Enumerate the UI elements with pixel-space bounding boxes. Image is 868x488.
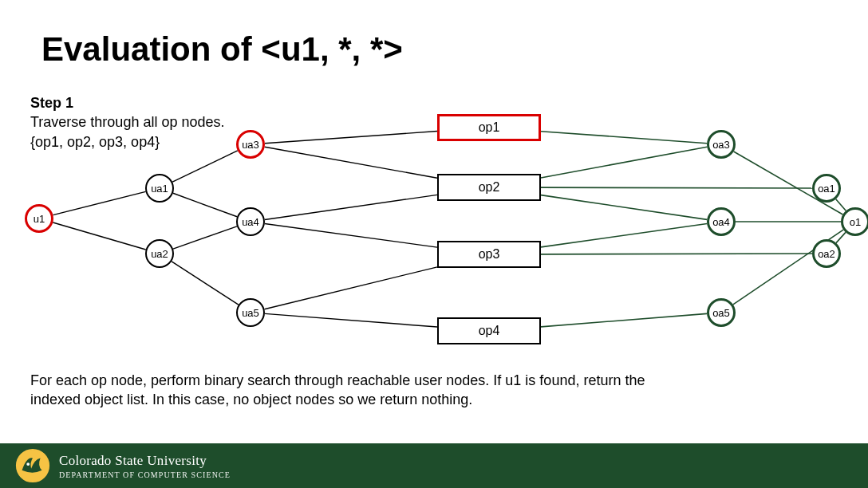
- node-u1: u1: [25, 204, 53, 233]
- node-oa5: oa5: [707, 298, 736, 327]
- footer-department: DEPARTMENT OF COMPUTER SCIENCE: [59, 470, 231, 479]
- edge-ua1-ua4: [173, 193, 237, 217]
- edge-op1-oa3: [541, 132, 707, 144]
- footer-university: Colorado State University: [59, 453, 231, 469]
- node-oa3: oa3: [707, 130, 736, 159]
- slide-title: Evaluation of <u1, *, *>: [41, 30, 403, 69]
- edge-op2-oa3: [541, 147, 707, 178]
- edge-op3-oa2: [541, 254, 812, 254]
- node-op1: op1: [437, 114, 541, 141]
- edge-ua5-op3: [264, 267, 437, 309]
- step-line2: {op1, op2, op3, op4}: [30, 134, 160, 150]
- node-op3: op3: [437, 241, 541, 268]
- edge-op3-oa4: [541, 224, 707, 247]
- node-op4: op4: [437, 317, 541, 344]
- edge-ua2-ua4: [173, 226, 237, 249]
- node-ua2: ua2: [145, 239, 174, 268]
- edges-layer: [0, 0, 868, 488]
- edge-ua3-op1: [265, 132, 437, 144]
- step-line1: Traverse through all op nodes.: [30, 114, 224, 130]
- node-op2: op2: [437, 174, 541, 201]
- footer-logo-icon: [14, 447, 51, 484]
- closing-text: For each op node, perform binary search …: [30, 371, 669, 410]
- edge-op2-oa4: [541, 195, 707, 220]
- edge-ua1-ua3: [172, 151, 238, 182]
- edge-ua4-op3: [265, 223, 437, 247]
- node-ua1: ua1: [145, 174, 174, 203]
- edge-ua4-op2: [265, 195, 437, 219]
- slide: Evaluation of <u1, *, *> Step 1 Traverse…: [0, 0, 868, 488]
- node-oa1: oa1: [812, 174, 841, 203]
- node-o1: o1: [841, 207, 868, 236]
- edge-ua5-op4: [265, 313, 437, 327]
- edge-oa1-o1: [836, 199, 846, 211]
- footer-text: Colorado State University DEPARTMENT OF …: [59, 453, 231, 479]
- edge-op2-oa1: [541, 187, 812, 188]
- step-heading: Step 1: [30, 95, 73, 111]
- edge-u1-ua1: [53, 191, 145, 214]
- edge-oa2-o1: [836, 232, 846, 242]
- edge-ua3-op2: [265, 147, 437, 178]
- edge-op4-oa5: [541, 313, 707, 326]
- step-text: Step 1 Traverse through all op nodes. {o…: [30, 93, 224, 152]
- svg-point-1: [26, 462, 30, 466]
- edge-ua2-ua5: [172, 262, 239, 305]
- edge-u1-ua2: [53, 222, 145, 250]
- node-oa4: oa4: [707, 207, 736, 236]
- node-ua5: ua5: [236, 298, 265, 327]
- node-ua4: ua4: [236, 207, 265, 236]
- node-oa2: oa2: [812, 239, 841, 268]
- footer: Colorado State University DEPARTMENT OF …: [0, 443, 868, 488]
- node-ua3: ua3: [236, 130, 265, 159]
